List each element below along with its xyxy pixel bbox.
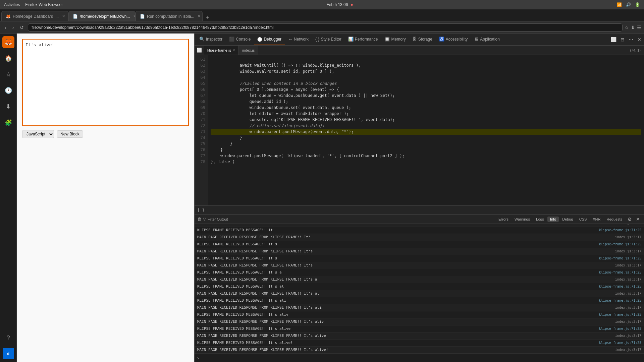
sidebar-icon-history[interactable]: ☆	[2, 68, 14, 80]
main-area: It's alive! JavaScript New Block 🔍 Inspe…	[17, 34, 644, 362]
firefox-sidebar: 🦊 🏠 ☆ 🕐 ⬇ 🧩 ? d	[0, 34, 17, 362]
console-message: MAIN PAGE RECEIVED RESPONSE FROM KLIPSE …	[195, 276, 644, 283]
dt-tab-application[interactable]: 🖥 Application	[471, 34, 503, 45]
memory-icon: 🔲	[384, 37, 390, 42]
filter-output[interactable]: ▽ Filter Output	[203, 217, 494, 221]
tab-bar: 🦊 Homepage Dashboard |... ✕ 📄 /home/deve…	[0, 9, 644, 21]
debugger-icon: ⬤	[257, 37, 262, 42]
url-input[interactable]	[28, 23, 623, 32]
dt-tab-application-label: Application	[480, 37, 500, 42]
tab-file-favicon: 📄	[73, 14, 78, 19]
editor-content: It's alive!	[25, 42, 54, 47]
tab-computation-favicon: 📄	[140, 14, 145, 19]
datetime: Feb 5 13:06	[326, 2, 348, 7]
file-tabs-row: ⬜ klipse-frame.js ✕ index.js (74, 1)	[195, 46, 644, 55]
sidebar-icon-dev[interactable]: d	[3, 348, 14, 359]
devtools-more-btn[interactable]: ⋯	[627, 36, 635, 44]
file-tab-klipse-close[interactable]: ✕	[232, 48, 235, 52]
volume-icon: 🔊	[626, 2, 631, 7]
console-message: KLIPSE FRAME RECEIVED MESSAGE!! It's ali…	[195, 340, 644, 347]
dt-tab-memory-label: Memory	[391, 37, 406, 42]
tab-file[interactable]: 📄 /home/development/Down... ✕	[68, 11, 136, 21]
new-tab-button[interactable]: +	[204, 14, 212, 21]
activities-label[interactable]: Activities	[4, 2, 20, 7]
console-message: MAIN PAGE RECEIVED RESPONSE FROM KLIPSE …	[195, 290, 644, 297]
dt-tab-performance[interactable]: 📊 Performance	[345, 34, 381, 45]
address-bar: ‹ › ↺ ☆ ⬇ ☰	[0, 21, 644, 34]
console-input[interactable]	[201, 356, 641, 360]
dt-tab-debugger[interactable]: ⬤ Debugger	[254, 34, 285, 45]
dt-tab-network[interactable]: ↔ Network	[285, 34, 312, 45]
style-editor-icon: { }	[315, 37, 319, 42]
file-tab-klipse[interactable]: klipse-frame.js ✕	[204, 46, 239, 55]
tab-file-label: /home/development/Down...	[80, 14, 130, 19]
new-block-button[interactable]: New Block	[57, 130, 83, 138]
console-message: KLIPSE FRAME RECEIVED MESSAGE!! It'sklip…	[195, 241, 644, 248]
file-tab-index[interactable]: index.js	[239, 46, 258, 55]
watch-bar: { }	[195, 206, 644, 215]
dt-tab-inspector-label: Inspector	[206, 37, 222, 42]
console-message: MAIN PAGE RECEIVED RESPONSE FROM KLIPSE …	[195, 224, 644, 227]
console-tab-logs[interactable]: Logs	[533, 217, 547, 222]
dt-tab-inspector[interactable]: 🔍 Inspector	[196, 34, 226, 45]
inspector-icon: 🔍	[199, 37, 205, 42]
sidebar-icon-home[interactable]: 🏠	[2, 52, 14, 64]
network-icon: ↔	[288, 37, 292, 42]
application-icon: 🖥	[474, 37, 479, 42]
menu-icon[interactable]: ☰	[637, 25, 641, 30]
forward-button[interactable]: ›	[10, 24, 16, 31]
tab-computation-close[interactable]: ✕	[198, 14, 201, 18]
sidebar-icon-bookmarks[interactable]: ⬇	[2, 101, 14, 113]
tab-computation[interactable]: 📄 Run computation in isola... ✕	[136, 11, 203, 21]
console-message: KLIPSE FRAME RECEIVED MESSAGE!! It'klips…	[195, 227, 644, 234]
console-message: MAIN PAGE RECEIVED RESPONSE FROM KLIPSE …	[195, 304, 644, 311]
battery-icon: 🔋	[635, 2, 640, 7]
devtools-close-btn[interactable]: ✕	[636, 36, 643, 44]
dt-tab-style-editor[interactable]: { } Style Editor	[312, 34, 345, 45]
os-topbar-center: Feb 5 13:06 ●	[326, 2, 353, 7]
console-tab-css[interactable]: CSS	[577, 217, 590, 222]
console-tab-errors[interactable]: Errors	[496, 217, 511, 222]
sidebar-icon-downloads[interactable]: 🕐	[2, 84, 14, 97]
dt-tab-storage[interactable]: 🗄 Storage	[409, 34, 436, 45]
back-button[interactable]: ‹	[3, 24, 8, 31]
dt-tab-memory[interactable]: 🔲 Memory	[381, 34, 409, 45]
code-editor[interactable]: It's alive!	[22, 39, 189, 126]
dt-tab-accessibility-label: Accessibility	[446, 37, 468, 42]
tab-file-close[interactable]: ✕	[133, 14, 136, 18]
sidebar-icon-addons[interactable]: 🧩	[2, 117, 14, 129]
console-tab-warnings[interactable]: Warnings	[512, 217, 533, 222]
console-message: MAIN PAGE RECEIVED RESPONSE FROM KLIPSE …	[195, 318, 644, 325]
console-message: MAIN PAGE RECEIVED RESPONSE FROM KLIPSE …	[195, 333, 644, 340]
console-tabs: Errors Warnings Logs Info Debug CSS XHR …	[496, 217, 625, 222]
language-select[interactable]: JavaScript	[22, 130, 54, 138]
devtools-responsive-btn[interactable]: ⬜	[609, 36, 618, 44]
tab-homepage-favicon: 🦊	[6, 14, 11, 19]
console-close-btn[interactable]: ✕	[635, 215, 641, 223]
dt-tab-debugger-label: Debugger	[264, 37, 281, 42]
code-view: 616263646566676869707172737475767778 awa…	[195, 55, 644, 205]
tab-homepage[interactable]: 🦊 Homepage Dashboard |... ✕	[1, 11, 68, 21]
dt-tab-accessibility[interactable]: ♿ Accessibility	[436, 34, 471, 45]
console-tab-debug[interactable]: Debug	[559, 217, 576, 222]
console-tab-xhr[interactable]: XHR	[590, 217, 603, 222]
console-prompt-icon: ›	[197, 355, 199, 361]
dt-tab-style-editor-label: Style Editor	[321, 37, 341, 42]
tab-homepage-close[interactable]: ✕	[62, 14, 65, 18]
console-tab-info[interactable]: Info	[547, 217, 559, 222]
console-message: MAIN PAGE RECEIVED RESPONSE FROM KLIPSE …	[195, 248, 644, 255]
code-toggle-icon[interactable]: ⬜	[195, 48, 204, 53]
reload-button[interactable]: ↺	[18, 24, 26, 31]
code-area: 616263646566676869707172737475767778 awa…	[195, 55, 644, 206]
console-icon: ⬛	[229, 37, 234, 42]
trash-icon[interactable]: 🗑	[197, 217, 202, 222]
bookmark-icon[interactable]: ☆	[625, 25, 629, 30]
devtools-toolbar: 🔍 Inspector ⬛ Console ⬤ Debugger ↔ Netwo…	[195, 34, 644, 46]
console-tab-requests[interactable]: Requests	[604, 217, 625, 222]
dt-tab-console[interactable]: ⬛ Console	[226, 34, 254, 45]
sidebar-icon-help[interactable]: ?	[2, 332, 14, 344]
console-settings-btn[interactable]: ⚙	[626, 215, 633, 223]
sidebar-icon-firefox[interactable]: 🦊	[2, 36, 14, 48]
download-icon[interactable]: ⬇	[631, 25, 635, 30]
devtools-split-btn[interactable]: ⊟	[619, 36, 626, 44]
